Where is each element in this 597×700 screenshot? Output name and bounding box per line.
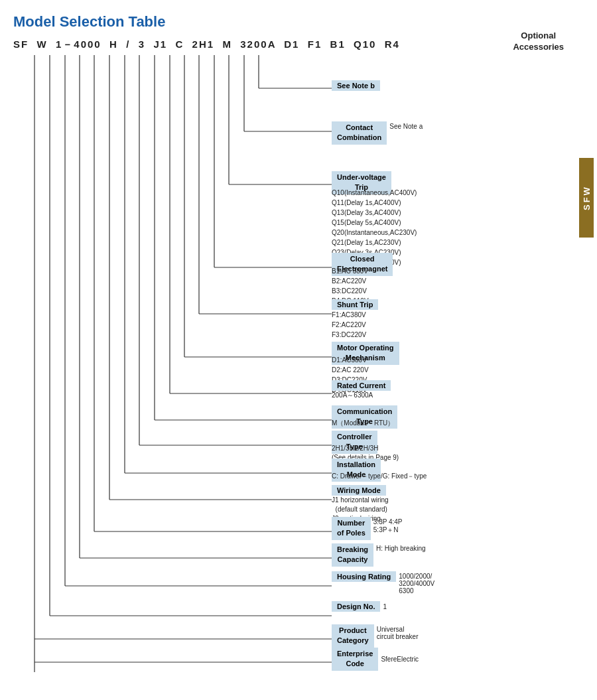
- entry-enterprise-code: EnterpriseCode SfereElectric: [332, 648, 419, 671]
- entry-rated-current: Rated Current: [332, 380, 391, 391]
- label-shunt-trip: Shunt Trip: [332, 299, 378, 310]
- desc-design-no: 1: [383, 603, 387, 610]
- optional-accessories-label: OptionalAccessories: [513, 31, 564, 53]
- desc-installation-mode: C: Drawer－type/G: Fixed－type: [332, 472, 427, 481]
- entry-contact-combination: ContactCombination See Note a: [332, 121, 423, 145]
- label-product-category: ProductCategory: [332, 624, 374, 648]
- label-see-note-b: See Note b: [332, 80, 380, 91]
- label-wiring-mode: Wiring Mode: [332, 485, 386, 496]
- diagram-area: SFW See Note b ContactCombination See No…: [13, 55, 597, 679]
- desc-product-category: Universalcircuit breaker: [377, 624, 419, 640]
- desc-housing-rating: 1000/2000/3200/4000V6300: [399, 571, 434, 595]
- model-code: SF W 1－4000 H / 3 J1 C 2H1 M 3200A D1 F1…: [13, 38, 400, 51]
- entry-breaking-capacity: BreakingCapacity H: High breaking: [332, 543, 426, 567]
- desc-contact-combination: See Note a: [389, 121, 423, 130]
- side-tab: SFW: [579, 158, 594, 238]
- entry-number-of-poles: Numberof Poles 3:3P 4:4P5:3P＋N: [332, 517, 403, 540]
- entry-housing-rating: Housing Rating 1000/2000/3200/4000V6300: [332, 571, 434, 595]
- entry-see-note-b: See Note b: [332, 80, 380, 91]
- page-container: Model Selection Table SF W 1－4000 H / 3 …: [0, 0, 597, 700]
- desc-number-of-poles: 3:3P 4:4P5:3P＋N: [373, 517, 403, 535]
- model-code-row: SF W 1－4000 H / 3 J1 C 2H1 M 3200A D1 F1…: [13, 38, 590, 51]
- desc-enterprise-code: SfereElectric: [381, 656, 419, 663]
- entry-wiring-mode: Wiring Mode: [332, 485, 386, 496]
- label-contact-combination: ContactCombination: [332, 121, 387, 145]
- entry-design-no: Design No. 1: [332, 601, 387, 612]
- label-enterprise-code: EnterpriseCode: [332, 648, 378, 671]
- desc-communication-type: M（Modbus－RTU）: [332, 419, 394, 428]
- label-housing-rating: Housing Rating: [332, 571, 396, 582]
- desc-rated-current: 200A～6300A: [332, 391, 373, 400]
- label-breaking-capacity: BreakingCapacity: [332, 543, 373, 567]
- label-design-no: Design No.: [332, 601, 380, 612]
- entry-shunt-trip: Shunt Trip: [332, 299, 378, 310]
- page-title: Model Selection Table: [13, 13, 590, 31]
- entry-product-category: ProductCategory Universalcircuit breaker: [332, 624, 419, 648]
- diagram-svg: [13, 55, 597, 692]
- desc-breaking-capacity: H: High breaking: [376, 543, 425, 552]
- label-rated-current: Rated Current: [332, 380, 391, 391]
- label-number-of-poles: Numberof Poles: [332, 517, 371, 540]
